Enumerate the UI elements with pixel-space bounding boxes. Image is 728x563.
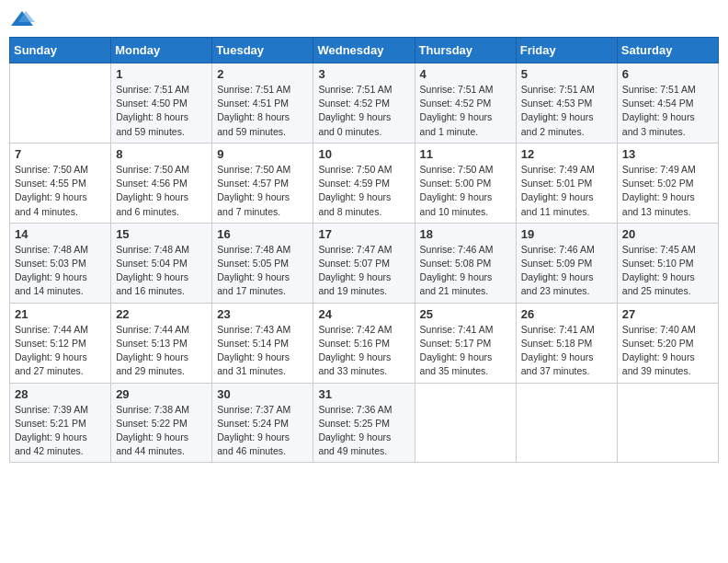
- day-number: 4: [420, 67, 511, 81]
- day-number: 24: [318, 307, 409, 321]
- calendar-cell: [10, 63, 111, 144]
- header-day-saturday: Saturday: [617, 38, 718, 63]
- calendar-cell: 23Sunrise: 7:43 AM Sunset: 5:14 PM Dayli…: [212, 303, 313, 383]
- day-info: Sunrise: 7:50 AM Sunset: 4:55 PM Dayligh…: [15, 163, 106, 219]
- day-info: Sunrise: 7:38 AM Sunset: 5:22 PM Dayligh…: [116, 403, 207, 459]
- day-number: 27: [622, 307, 713, 321]
- day-number: 17: [318, 227, 409, 241]
- logo-icon: [9, 9, 35, 29]
- calendar-header: SundayMondayTuesdayWednesdayThursdayFrid…: [10, 38, 719, 63]
- day-number: 18: [420, 227, 511, 241]
- day-info: Sunrise: 7:48 AM Sunset: 5:04 PM Dayligh…: [116, 243, 207, 299]
- calendar-table: SundayMondayTuesdayWednesdayThursdayFrid…: [9, 37, 719, 463]
- calendar-body: 1Sunrise: 7:51 AM Sunset: 4:50 PM Daylig…: [10, 63, 719, 463]
- header-day-tuesday: Tuesday: [212, 38, 313, 63]
- page-header: [9, 9, 719, 29]
- calendar-cell: 27Sunrise: 7:40 AM Sunset: 5:20 PM Dayli…: [617, 303, 718, 383]
- calendar-cell: 31Sunrise: 7:36 AM Sunset: 5:25 PM Dayli…: [313, 383, 415, 463]
- calendar-cell: 29Sunrise: 7:38 AM Sunset: 5:22 PM Dayli…: [111, 383, 212, 463]
- calendar-cell: 2Sunrise: 7:51 AM Sunset: 4:51 PM Daylig…: [212, 63, 313, 144]
- day-info: Sunrise: 7:40 AM Sunset: 5:20 PM Dayligh…: [622, 323, 713, 379]
- calendar-cell: 3Sunrise: 7:51 AM Sunset: 4:52 PM Daylig…: [313, 63, 415, 144]
- day-info: Sunrise: 7:39 AM Sunset: 5:21 PM Dayligh…: [15, 403, 106, 459]
- calendar-cell: [516, 383, 617, 463]
- day-info: Sunrise: 7:50 AM Sunset: 4:59 PM Dayligh…: [318, 163, 409, 219]
- day-info: Sunrise: 7:46 AM Sunset: 5:08 PM Dayligh…: [420, 243, 511, 299]
- calendar-cell: 13Sunrise: 7:49 AM Sunset: 5:02 PM Dayli…: [617, 143, 718, 223]
- day-number: 5: [521, 67, 612, 81]
- calendar-cell: 16Sunrise: 7:48 AM Sunset: 5:05 PM Dayli…: [212, 223, 313, 303]
- calendar-cell: 9Sunrise: 7:50 AM Sunset: 4:57 PM Daylig…: [212, 143, 313, 223]
- day-info: Sunrise: 7:36 AM Sunset: 5:25 PM Dayligh…: [318, 403, 409, 459]
- day-number: 25: [420, 307, 511, 321]
- day-number: 22: [116, 307, 207, 321]
- day-info: Sunrise: 7:47 AM Sunset: 5:07 PM Dayligh…: [318, 243, 409, 299]
- calendar-cell: [617, 383, 718, 463]
- calendar-cell: 24Sunrise: 7:42 AM Sunset: 5:16 PM Dayli…: [313, 303, 415, 383]
- day-info: Sunrise: 7:48 AM Sunset: 5:05 PM Dayligh…: [217, 243, 308, 299]
- day-info: Sunrise: 7:51 AM Sunset: 4:50 PM Dayligh…: [116, 83, 207, 139]
- day-info: Sunrise: 7:50 AM Sunset: 5:00 PM Dayligh…: [420, 163, 511, 219]
- day-number: 29: [116, 387, 207, 401]
- day-number: 30: [217, 387, 308, 401]
- week-row-0: 1Sunrise: 7:51 AM Sunset: 4:50 PM Daylig…: [10, 63, 719, 144]
- header-day-friday: Friday: [516, 38, 617, 63]
- header-day-sunday: Sunday: [10, 38, 111, 63]
- day-number: 21: [15, 307, 106, 321]
- calendar-cell: 6Sunrise: 7:51 AM Sunset: 4:54 PM Daylig…: [617, 63, 718, 144]
- calendar-cell: 25Sunrise: 7:41 AM Sunset: 5:17 PM Dayli…: [415, 303, 516, 383]
- calendar-cell: 5Sunrise: 7:51 AM Sunset: 4:53 PM Daylig…: [516, 63, 617, 144]
- logo: [9, 9, 39, 29]
- calendar-cell: 10Sunrise: 7:50 AM Sunset: 4:59 PM Dayli…: [313, 143, 415, 223]
- week-row-4: 28Sunrise: 7:39 AM Sunset: 5:21 PM Dayli…: [10, 383, 719, 463]
- day-info: Sunrise: 7:50 AM Sunset: 4:56 PM Dayligh…: [116, 163, 207, 219]
- calendar-cell: 4Sunrise: 7:51 AM Sunset: 4:52 PM Daylig…: [415, 63, 516, 144]
- day-info: Sunrise: 7:45 AM Sunset: 5:10 PM Dayligh…: [622, 243, 713, 299]
- day-number: 9: [217, 147, 308, 161]
- day-number: 7: [15, 147, 106, 161]
- calendar-cell: 28Sunrise: 7:39 AM Sunset: 5:21 PM Dayli…: [10, 383, 111, 463]
- day-info: Sunrise: 7:49 AM Sunset: 5:02 PM Dayligh…: [622, 163, 713, 219]
- header-day-wednesday: Wednesday: [313, 38, 415, 63]
- calendar-cell: [415, 383, 516, 463]
- day-number: 28: [15, 387, 106, 401]
- day-number: 31: [318, 387, 409, 401]
- day-info: Sunrise: 7:44 AM Sunset: 5:13 PM Dayligh…: [116, 323, 207, 379]
- header-day-thursday: Thursday: [415, 38, 516, 63]
- day-number: 1: [116, 67, 207, 81]
- calendar-cell: 7Sunrise: 7:50 AM Sunset: 4:55 PM Daylig…: [10, 143, 111, 223]
- calendar-cell: 14Sunrise: 7:48 AM Sunset: 5:03 PM Dayli…: [10, 223, 111, 303]
- day-info: Sunrise: 7:51 AM Sunset: 4:54 PM Dayligh…: [622, 83, 713, 139]
- calendar-cell: 22Sunrise: 7:44 AM Sunset: 5:13 PM Dayli…: [111, 303, 212, 383]
- day-number: 13: [622, 147, 713, 161]
- day-info: Sunrise: 7:37 AM Sunset: 5:24 PM Dayligh…: [217, 403, 308, 459]
- day-info: Sunrise: 7:51 AM Sunset: 4:52 PM Dayligh…: [318, 83, 409, 139]
- calendar-cell: 11Sunrise: 7:50 AM Sunset: 5:00 PM Dayli…: [415, 143, 516, 223]
- day-info: Sunrise: 7:51 AM Sunset: 4:53 PM Dayligh…: [521, 83, 612, 139]
- day-number: 14: [15, 227, 106, 241]
- calendar-cell: 17Sunrise: 7:47 AM Sunset: 5:07 PM Dayli…: [313, 223, 415, 303]
- day-info: Sunrise: 7:44 AM Sunset: 5:12 PM Dayligh…: [15, 323, 106, 379]
- week-row-2: 14Sunrise: 7:48 AM Sunset: 5:03 PM Dayli…: [10, 223, 719, 303]
- day-number: 16: [217, 227, 308, 241]
- day-number: 3: [318, 67, 409, 81]
- day-info: Sunrise: 7:51 AM Sunset: 4:52 PM Dayligh…: [420, 83, 511, 139]
- day-info: Sunrise: 7:41 AM Sunset: 5:18 PM Dayligh…: [521, 323, 612, 379]
- day-number: 12: [521, 147, 612, 161]
- day-number: 19: [521, 227, 612, 241]
- day-number: 2: [217, 67, 308, 81]
- day-number: 23: [217, 307, 308, 321]
- day-number: 8: [116, 147, 207, 161]
- header-day-monday: Monday: [111, 38, 212, 63]
- day-info: Sunrise: 7:48 AM Sunset: 5:03 PM Dayligh…: [15, 243, 106, 299]
- calendar-cell: 19Sunrise: 7:46 AM Sunset: 5:09 PM Dayli…: [516, 223, 617, 303]
- day-info: Sunrise: 7:43 AM Sunset: 5:14 PM Dayligh…: [217, 323, 308, 379]
- day-number: 20: [622, 227, 713, 241]
- day-number: 11: [420, 147, 511, 161]
- week-row-1: 7Sunrise: 7:50 AM Sunset: 4:55 PM Daylig…: [10, 143, 719, 223]
- calendar-cell: 15Sunrise: 7:48 AM Sunset: 5:04 PM Dayli…: [111, 223, 212, 303]
- calendar-cell: 8Sunrise: 7:50 AM Sunset: 4:56 PM Daylig…: [111, 143, 212, 223]
- day-number: 26: [521, 307, 612, 321]
- calendar-cell: 20Sunrise: 7:45 AM Sunset: 5:10 PM Dayli…: [617, 223, 718, 303]
- calendar-cell: 21Sunrise: 7:44 AM Sunset: 5:12 PM Dayli…: [10, 303, 111, 383]
